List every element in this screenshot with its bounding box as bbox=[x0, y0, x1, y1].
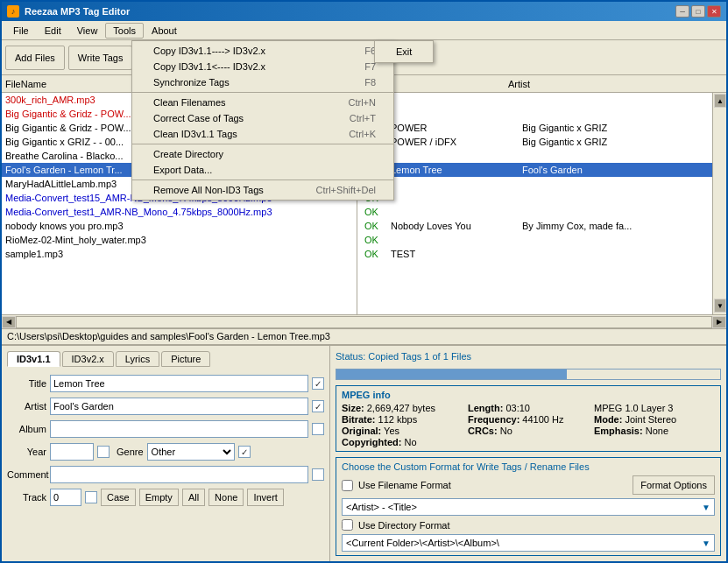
maximize-button[interactable]: □ bbox=[691, 5, 705, 18]
tag-row[interactable] bbox=[357, 149, 712, 163]
add-files-button[interactable]: Add Files bbox=[5, 46, 65, 70]
track-label: Track bbox=[7, 492, 46, 503]
use-filename-checkbox[interactable] bbox=[342, 480, 353, 491]
all-button[interactable]: All bbox=[182, 489, 205, 506]
track-field-row: Track Case Empty All None Invert bbox=[7, 488, 324, 507]
menu-tools[interactable]: Tools bbox=[105, 23, 144, 39]
tag-row[interactable] bbox=[357, 107, 712, 121]
tag-row[interactable]: Lemon Tree Fool's Garden bbox=[357, 163, 712, 177]
empty-button[interactable]: Empty bbox=[139, 489, 179, 506]
mpeg-title: MPEG info bbox=[342, 390, 715, 400]
filename-format-value: <Artist> - <Title> bbox=[346, 502, 417, 512]
menu-about[interactable]: About bbox=[144, 23, 185, 39]
menu-clean-id3v1[interactable]: Clean ID3v1.1 Tags Ctrl+K bbox=[132, 126, 393, 142]
close-button[interactable]: ✕ bbox=[707, 5, 721, 18]
exit-menu-item[interactable]: Exit bbox=[375, 44, 433, 60]
album-label: Album bbox=[7, 424, 46, 434]
tag-tabs: ID3v1.1 ID3v2.x Lyrics Picture bbox=[7, 351, 324, 367]
list-item[interactable]: RioMez-02-Mint_holy_water.mp3 bbox=[2, 233, 357, 247]
title-check[interactable] bbox=[312, 377, 324, 390]
mpeg-type: MPEG 1.0 Layer 3 bbox=[594, 403, 715, 413]
tab-lyrics[interactable]: Lyrics bbox=[116, 351, 159, 367]
tab-id3v2[interactable]: ID3v2.x bbox=[62, 351, 114, 367]
year-check[interactable] bbox=[97, 446, 110, 458]
artist-input[interactable] bbox=[50, 398, 308, 415]
album-input[interactable] bbox=[50, 420, 308, 438]
directory-format-dropdown[interactable]: <Current Folder>\<Artist>\<Album>\ ▼ bbox=[342, 534, 715, 552]
menu-copy-id3v1-to-v2[interactable]: Copy ID3v1.1----> ID3v2.x F6 bbox=[132, 43, 393, 59]
app-icon: ♪ bbox=[7, 5, 19, 18]
tools-dropdown: Copy ID3v1.1----> ID3v2.x F6 Copy ID3v1.… bbox=[131, 40, 394, 201]
year-genre-row: Year Genre Other Blues Classic Rock Pop … bbox=[7, 442, 324, 461]
tag-row[interactable]: OK Nobody Loves You By Jimmy Cox, made f… bbox=[357, 219, 712, 233]
title-input[interactable] bbox=[50, 375, 308, 392]
menu-file[interactable]: File bbox=[5, 23, 37, 39]
list-item[interactable]: nobody knows you pro.mp3 bbox=[2, 219, 357, 233]
year-label: Year bbox=[7, 447, 46, 457]
menu-remove-non-id3[interactable]: Remove All Non-ID3 Tags Ctrl+Shift+Del bbox=[132, 182, 393, 198]
tag-row[interactable] bbox=[357, 93, 712, 107]
list-item[interactable]: Media-Convert_test1_AMR-NB_Mono_4.75kbps… bbox=[2, 205, 357, 219]
emphasis-info: Emphasis: None bbox=[594, 426, 715, 436]
status-text: Status: Copied Tags 1 of 1 Files bbox=[336, 351, 721, 362]
tag-row[interactable]: OK TEST bbox=[357, 247, 712, 261]
genre-select[interactable]: Other Blues Classic Rock Pop Rock bbox=[147, 443, 235, 461]
case-button[interactable]: Case bbox=[101, 489, 136, 506]
comment-check[interactable] bbox=[312, 468, 324, 481]
original-info: Original: Yes bbox=[342, 426, 463, 436]
list-scrollbar[interactable]: ▲ ▼ bbox=[712, 93, 726, 314]
menu-section-remove: Remove All Non-ID3 Tags Ctrl+Shift+Del bbox=[132, 180, 393, 200]
status-progress bbox=[336, 369, 721, 380]
filename-col-header: FileName bbox=[5, 79, 46, 89]
album-check[interactable] bbox=[312, 423, 324, 435]
bitrate-info: Bitrate: 112 kbps bbox=[342, 414, 463, 425]
horizontal-scrollbar[interactable]: ◀ ▶ bbox=[2, 314, 726, 328]
write-tags-button[interactable]: Write Tags bbox=[68, 46, 133, 70]
menu-edit[interactable]: Edit bbox=[37, 23, 69, 39]
tag-row[interactable]: POWER / iDFX Big Gigantic x GRIZ bbox=[357, 135, 712, 149]
list-item[interactable]: sample1.mp3 bbox=[2, 247, 357, 261]
menu-copy-id3v2-to-v1[interactable]: Copy ID3v1.1<---- ID3v2.x F7 bbox=[132, 59, 393, 74]
tag-row[interactable]: POWER Big Gigantic x GRIZ bbox=[357, 121, 712, 135]
directory-dropdown-arrow: ▼ bbox=[702, 538, 710, 548]
artist-check[interactable] bbox=[312, 400, 324, 412]
tab-picture[interactable]: Picture bbox=[161, 351, 210, 367]
title-bar: ♪ Reezaa MP3 Tag Editor ─ □ ✕ bbox=[2, 2, 726, 21]
menu-create-directory[interactable]: Create Directory bbox=[132, 146, 393, 162]
format-options-button[interactable]: Format Options bbox=[633, 475, 715, 495]
menu-clean-filenames[interactable]: Clean Filenames Ctrl+N bbox=[132, 95, 393, 110]
comment-input[interactable] bbox=[50, 466, 308, 483]
length-info: Length: 03:10 bbox=[468, 403, 589, 413]
comment-label: Comment bbox=[7, 469, 46, 480]
year-input[interactable] bbox=[50, 443, 94, 461]
title-field-row: Title bbox=[7, 374, 324, 393]
tab-id3v1[interactable]: ID3v1.1 bbox=[7, 351, 60, 367]
track-input[interactable] bbox=[50, 489, 81, 506]
minimize-button[interactable]: ─ bbox=[675, 5, 689, 18]
freq-info: Frequency: 44100 Hz bbox=[468, 414, 589, 425]
tag-row[interactable]: OK bbox=[357, 205, 712, 219]
window-title: Reezaa MP3 Tag Editor bbox=[25, 6, 130, 17]
track-check[interactable] bbox=[85, 491, 97, 503]
size-info: Size: 2,669,427 bytes bbox=[342, 403, 463, 413]
format-title: Choose the Custom Format for Write Tags … bbox=[342, 461, 715, 472]
directory-format-value: <Current Folder>\<Artist>\<Album>\ bbox=[346, 538, 499, 548]
tag-row[interactable]: OK bbox=[357, 191, 712, 205]
menu-section-clean: Clean Filenames Ctrl+N Correct Case of T… bbox=[132, 93, 393, 144]
menubar: File Edit View Tools About bbox=[2, 21, 726, 40]
menu-correct-case[interactable]: Correct Case of Tags Ctrl+T bbox=[132, 110, 393, 126]
tag-row[interactable] bbox=[357, 177, 712, 191]
menu-export-data[interactable]: Export Data... bbox=[132, 162, 393, 178]
album-field-row: Album bbox=[7, 419, 324, 439]
use-directory-checkbox[interactable] bbox=[342, 519, 353, 531]
invert-button[interactable]: Invert bbox=[247, 489, 284, 506]
genre-check[interactable] bbox=[238, 446, 251, 458]
artist-label: Artist bbox=[7, 401, 46, 412]
tag-row[interactable]: OK bbox=[357, 233, 712, 247]
filename-format-dropdown[interactable]: <Artist> - <Title> ▼ bbox=[342, 498, 715, 516]
menu-sync-tags[interactable]: Synchronize Tags F8 bbox=[132, 74, 393, 90]
none-button[interactable]: None bbox=[209, 489, 244, 506]
menu-view[interactable]: View bbox=[69, 23, 106, 39]
artist-field-row: Artist bbox=[7, 397, 324, 416]
copyrighted-info: Copyrighted: No bbox=[342, 437, 463, 447]
